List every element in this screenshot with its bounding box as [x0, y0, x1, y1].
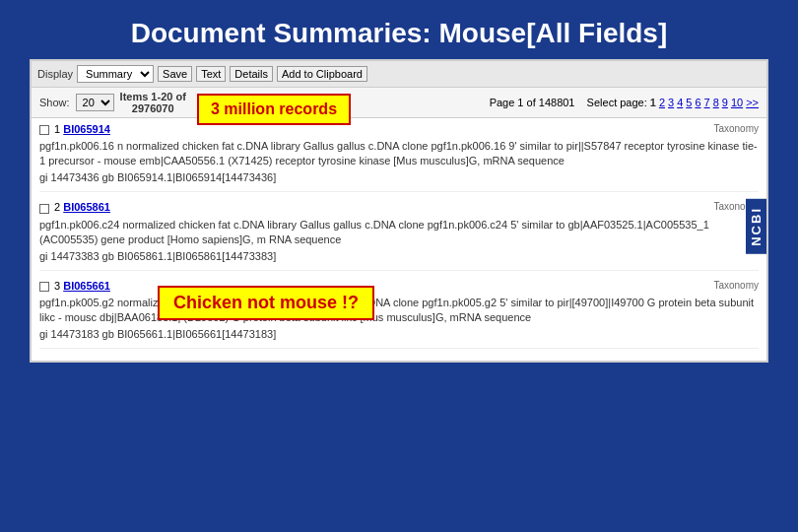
page-link-6[interactable]: 6 [695, 97, 700, 108]
page-link-7[interactable]: 7 [704, 97, 710, 108]
text-button[interactable]: Text [196, 66, 226, 82]
result-1-header: 1 BI065914 Taxonomy [39, 122, 759, 137]
result-3-text: pgf1n.pk005.g2 normalized chicken fat c.… [39, 296, 759, 325]
pagination-left: Show: 20 Items 1-20 of 2976070 [39, 91, 186, 114]
items-count: Items 1-20 of 2976070 [120, 91, 186, 114]
result-2-header: 2 BI065861 Taxonomy [39, 200, 759, 215]
result-3-number: 3 [54, 280, 60, 292]
details-button[interactable]: Details [230, 66, 273, 82]
result-2-number-id: 2 BI065861 [39, 200, 110, 215]
page-link-9[interactable]: 9 [722, 97, 728, 108]
result-2-number: 2 [54, 201, 60, 213]
show-select[interactable]: 20 [76, 94, 114, 111]
result-3-number-id: 3 BI065661 [39, 279, 110, 294]
result-1-id[interactable]: BI065914 [63, 123, 110, 135]
result-2-gi: gi 14473383 gb BI065861.1|BI065861[14473… [39, 249, 759, 264]
pagination-right: Page 1 of 148801 Select page: 1 2 3 4 5 … [490, 97, 759, 108]
result-2-id[interactable]: BI065861 [63, 201, 110, 213]
results-area: 1 BI065914 Taxonomy pgf1n.pk006.16 n nor… [32, 118, 766, 361]
page-title: Document Summaries: Mouse[All Fields] [0, 0, 798, 59]
save-button[interactable]: Save [158, 66, 192, 82]
page-info: Page 1 of 148801 [490, 97, 575, 108]
format-select[interactable]: Summary [77, 65, 154, 83]
result-1-gi: gi 14473436 gb BI065914.1|BI065914[14473… [39, 170, 759, 185]
result-item-1: 1 BI065914 Taxonomy pgf1n.pk006.16 n nor… [39, 122, 759, 192]
result-1-taxonomy: Taxonomy [713, 122, 759, 136]
page-link-4[interactable]: 4 [677, 97, 683, 108]
page-link-10[interactable]: 10 [731, 97, 743, 108]
page-link-5[interactable]: 5 [686, 97, 692, 108]
callout-chicken: Chicken not mouse !? [158, 286, 374, 320]
result-3-taxonomy: Taxonomy [713, 279, 759, 293]
pagination-bar: Show: 20 Items 1-20 of 2976070 Page 1 of… [32, 88, 766, 118]
result-3-header: 3 BI065661 Taxonomy [39, 279, 759, 294]
content-area: Display Summary Save Text Details Add to… [30, 59, 768, 363]
page-link-2[interactable]: 2 [659, 97, 665, 108]
clipboard-button[interactable]: Add to Clipboard [277, 66, 367, 82]
result-2-checkbox[interactable] [39, 204, 49, 214]
select-page-label: Select page: [587, 97, 647, 108]
result-1-text: pgf1n.pk006.16 n normalized chicken fat … [39, 139, 759, 168]
result-item-3: 3 BI065661 Taxonomy pgf1n.pk005.g2 norma… [39, 279, 759, 349]
show-label: Show: [39, 97, 70, 108]
result-1-number: 1 [54, 123, 60, 135]
display-label: Display [37, 68, 73, 80]
result-3-id[interactable]: BI065661 [63, 280, 110, 292]
callout-3million: 3 million records [197, 94, 351, 125]
result-1-checkbox[interactable] [39, 125, 49, 135]
ncbi-label: NCBI [746, 199, 766, 254]
result-1-number-id: 1 BI065914 [39, 122, 110, 137]
result-item-2: 2 BI065861 Taxonomy pgf1n.pk006.c24 norm… [39, 200, 759, 270]
result-3-gi: gi 14473183 gb BI065661.1|BI065661[14473… [39, 327, 759, 342]
page-link-3[interactable]: 3 [668, 97, 674, 108]
result-3-checkbox[interactable] [39, 282, 49, 292]
toolbar: Display Summary Save Text Details Add to… [32, 61, 766, 88]
page-link-next[interactable]: >> [746, 97, 759, 108]
result-2-text: pgf1n.pk006.c24 normalized chicken fat c… [39, 218, 759, 247]
page-link-1[interactable]: 1 [650, 97, 656, 108]
page-link-8[interactable]: 8 [713, 97, 719, 108]
